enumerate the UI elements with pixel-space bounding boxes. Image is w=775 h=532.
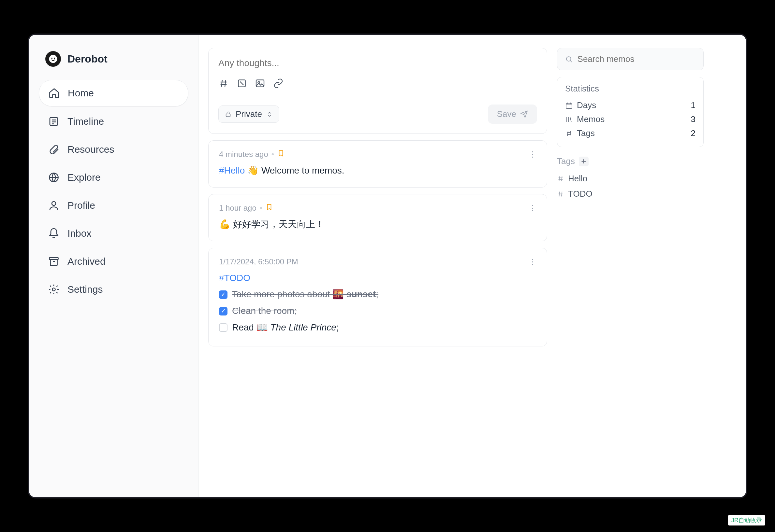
memo-meta: 1/17/2024, 6:50:00 PM ⋮ [219,257,536,266]
todo-checkbox[interactable]: ✓ [219,307,228,315]
brand-name: Derobot [67,53,107,65]
nav-inbox[interactable]: Inbox [39,220,188,246]
todo-item: ✓ Take more photos about 🌇 sunset; [219,287,536,302]
main: Private Save 4 minutes ago • ⋮ [199,35,746,497]
svg-point-2 [54,58,55,59]
pin-icon[interactable] [266,203,273,213]
memo-more-button[interactable]: ⋮ [528,203,536,213]
globe-icon [48,172,60,183]
memo-text: 👋 Welcome to memos. [245,165,344,175]
separator-dot: • [272,150,274,159]
separator-dot: • [260,203,262,213]
nav-explore[interactable]: Explore [39,164,188,190]
todo-checkbox[interactable] [219,323,228,332]
memo-time: 1/17/2024, 6:50:00 PM [219,257,298,266]
composer-footer: Private Save [219,98,537,124]
svg-point-0 [49,55,57,63]
svg-rect-9 [49,258,58,259]
nav-resources[interactable]: Resources [39,136,188,162]
memo-meta: 4 minutes ago • ⋮ [219,150,536,159]
search-icon [565,55,573,63]
stat-row-memos: Memos 3 [565,112,696,126]
memo-more-button[interactable]: ⋮ [528,257,536,266]
memo-body: #TODO ✓ Take more photos about 🌇 sunset;… [219,271,536,335]
pin-icon[interactable] [277,150,285,159]
svg-line-14 [221,80,222,87]
svg-point-11 [52,288,55,291]
hash-icon [557,175,564,182]
svg-line-15 [225,80,226,87]
hash-icon[interactable] [219,78,229,89]
memo-tag[interactable]: #Hello [219,165,245,175]
svg-point-21 [566,57,571,61]
svg-rect-20 [226,114,231,117]
tag-label: Hello [568,174,587,184]
timeline-icon [48,116,60,127]
svg-line-17 [240,82,244,85]
tag-item-hello[interactable]: Hello [557,171,704,186]
archive-icon [48,256,60,267]
watermark: JR自动收录 [728,515,765,525]
lock-icon [225,111,232,118]
memo-more-button[interactable]: ⋮ [528,150,536,159]
brand[interactable]: Derobot [39,51,188,77]
memo-tag[interactable]: #TODO [219,273,250,283]
nav-label: Timeline [67,116,104,127]
memo-card: 4 minutes ago • ⋮ #Hello 👋 Welcome to me… [208,140,547,188]
link-icon[interactable] [273,78,284,89]
svg-line-41 [561,191,562,196]
svg-point-1 [51,58,52,59]
svg-line-33 [570,131,571,136]
memo-composer: Private Save [208,48,547,134]
todo-item: ✓ Clean the room; [219,304,536,318]
nav-label: Profile [67,200,95,211]
stat-label: Days [577,100,596,110]
composer-toolbar [219,78,537,98]
nav-archived[interactable]: Archived [39,248,188,274]
todo-checkbox[interactable]: ✓ [219,290,228,299]
nav-timeline[interactable]: Timeline [39,108,188,134]
tag-item-todo[interactable]: TODO [557,186,704,202]
svg-line-37 [561,176,562,181]
save-button[interactable]: Save [488,105,537,124]
nav-profile[interactable]: Profile [39,192,188,218]
svg-line-32 [567,131,568,136]
todo-text: Take more photos about 🌇 sunset; [232,287,378,302]
paperclip-icon [48,144,60,155]
stat-row-days: Days 1 [565,98,696,112]
tags-section: Tags + Hello TODO [557,156,704,202]
chevron-updown-icon [266,111,273,118]
composer-input[interactable] [219,58,537,78]
hash-icon [557,190,564,198]
svg-line-40 [559,191,559,196]
send-icon [520,110,528,118]
nav-settings[interactable]: Settings [39,276,188,302]
memo-card: 1/17/2024, 6:50:00 PM ⋮ #TODO ✓ Take mor… [208,248,547,346]
nav-home[interactable]: Home [39,80,188,106]
visibility-label: Private [236,109,262,119]
svg-point-8 [52,202,56,205]
search-box[interactable] [557,48,704,70]
memo-body: #Hello 👋 Welcome to memos. [219,163,536,178]
sidebar: Derobot Home Timeline Resources Explore … [29,35,199,497]
memo-card: 1 hour ago • ⋮ 💪 好好学习，天天向上！ [208,194,547,241]
panel-title: Statistics [565,84,696,94]
image-icon[interactable] [255,78,265,89]
todo-text: Read 📖 The Little Prince; [232,320,339,335]
stat-value: 2 [691,128,696,138]
calendar-icon [565,102,573,109]
svg-rect-18 [256,80,264,87]
svg-line-22 [570,60,572,62]
checkbox-icon[interactable] [237,78,247,89]
tags-title: Tags [557,156,575,166]
search-input[interactable] [577,54,696,64]
bell-icon [48,228,60,239]
nav-label: Home [68,88,94,99]
save-label: Save [497,109,516,119]
right-sidebar: Statistics Days 1 Memos 3 Tags 2 Tags + [557,48,704,484]
memo-body: 💪 好好学习，天天向上！ [219,217,536,232]
visibility-selector[interactable]: Private [219,105,279,123]
add-tag-button[interactable]: + [579,157,589,166]
tags-header: Tags + [557,156,704,166]
memo-text: 💪 好好学习，天天向上！ [219,219,324,229]
